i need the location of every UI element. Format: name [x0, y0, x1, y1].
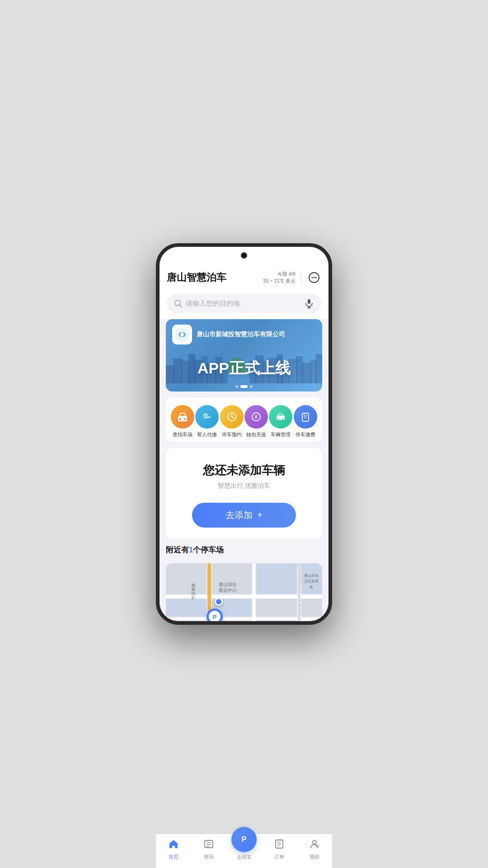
svg-rect-68: [301, 599, 322, 617]
svg-text:客运中心: 客运中心: [219, 588, 237, 593]
nearby-section: 附近有1个停车场: [160, 545, 328, 563]
vehicle-empty-title: 您还未添加车辆: [175, 462, 313, 478]
action-vehicle[interactable]: 车辆管理: [268, 405, 293, 438]
svg-point-3: [315, 277, 317, 278]
dot-2: [240, 385, 248, 388]
weather-temp: 33 ~ 21℃ 多云: [263, 278, 296, 284]
weather-info: 今限 4/9 33 ~ 21℃ 多云: [263, 271, 296, 285]
svg-point-2: [314, 277, 315, 278]
map-container[interactable]: 唐山综合 客运中心 竹安南路 唐山市动 卫生监督 金 P: [166, 563, 322, 621]
search-area: 请输入您的目的地: [160, 290, 328, 319]
actions-row: 查找车场 ¥ 帮人代缴: [170, 405, 318, 438]
app-title: 唐山智慧泊车: [167, 271, 226, 284]
svg-point-1: [312, 277, 313, 278]
nearby-prefix: 附近有: [166, 546, 189, 554]
pay-others-icon: ¥: [195, 405, 219, 429]
svg-rect-61: [256, 563, 297, 594]
parking-p-icon: P: [209, 611, 221, 621]
action-pay-others[interactable]: ¥ 帮人代缴: [195, 405, 219, 438]
header-right: 今限 4/9 33 ~ 21℃ 多云: [263, 270, 321, 285]
vehicle-icon: [269, 405, 292, 429]
header-divider: [301, 271, 301, 284]
nearby-title: 附近有1个停车场: [166, 545, 322, 555]
action-reserve[interactable]: 停车预约: [220, 405, 244, 438]
banner-main-text: APP正式上线: [166, 358, 322, 379]
banner-top: 唐山市新城投智慧泊车有限公司: [166, 319, 322, 348]
svg-text:金: 金: [310, 585, 313, 589]
svg-rect-67: [301, 563, 322, 594]
pay-others-label: 帮人代缴: [197, 431, 217, 438]
header: 唐山智慧泊车 今限 4/9 33 ~ 21℃ 多云: [160, 267, 328, 290]
search-icon: [174, 299, 182, 307]
vehicle-empty-sub: 智慧出行,优雅泊车: [175, 482, 313, 490]
svg-rect-66: [166, 620, 206, 621]
reserve-label: 停车预约: [222, 431, 242, 438]
map-background: 唐山综合 客运中心 竹安南路 唐山市动 卫生监督 金 P: [166, 563, 322, 621]
svg-text:卫生监督: 卫生监督: [304, 579, 319, 583]
svg-rect-65: [166, 599, 206, 617]
action-find-lot[interactable]: 查找车场: [170, 405, 195, 438]
svg-text:¥: ¥: [205, 414, 207, 418]
banner: 唐山市新城投智慧泊车有限公司: [166, 319, 322, 392]
svg-point-10: [180, 333, 184, 336]
mic-icon[interactable]: [304, 298, 314, 308]
dot-1: [235, 385, 238, 388]
vehicle-card: 您还未添加车辆 智慧出行,优雅泊车 去添加 +: [166, 448, 322, 538]
svg-rect-64: [166, 563, 206, 594]
svg-point-4: [175, 300, 180, 306]
banner-logo: [172, 325, 192, 344]
weather-limit: 今限 4/9: [263, 271, 296, 278]
nearby-suffix: 个停车场: [193, 546, 224, 554]
svg-text:¥: ¥: [255, 414, 258, 420]
map-svg: 唐山综合 客运中心 竹安南路 唐山市动 卫生监督 金: [166, 563, 322, 621]
svg-point-36: [184, 418, 186, 420]
svg-rect-6: [308, 299, 310, 304]
vehicle-label: 车辆管理: [271, 431, 291, 438]
svg-line-41: [232, 417, 234, 418]
search-bar[interactable]: 请输入您的目的地: [167, 294, 321, 313]
svg-text:唐山综合: 唐山综合: [219, 582, 237, 587]
svg-rect-34: [178, 416, 187, 421]
add-vehicle-btn-icon: +: [257, 510, 263, 520]
action-fee[interactable]: ¥ 停车缴费: [293, 405, 318, 438]
svg-text:唐山市动: 唐山市动: [304, 574, 319, 578]
action-wallet[interactable]: ¥ 钱包充值: [244, 405, 268, 438]
svg-rect-55: [253, 563, 255, 621]
svg-rect-56: [298, 563, 300, 621]
fee-icon: ¥: [294, 405, 317, 429]
reserve-icon: [220, 405, 244, 429]
svg-text:竹安南路: 竹安南路: [191, 583, 196, 599]
quick-actions: 查找车场 ¥ 帮人代缴: [166, 398, 322, 442]
svg-rect-63: [256, 620, 297, 621]
wallet-label: 钱包充值: [246, 431, 266, 438]
search-placeholder: 请输入您的目的地: [186, 299, 300, 308]
chat-icon-btn[interactable]: [307, 270, 321, 285]
dot-3: [250, 385, 253, 388]
svg-rect-62: [256, 599, 297, 617]
svg-point-46: [282, 419, 284, 420]
add-vehicle-btn-label: 去添加: [225, 509, 253, 521]
banner-company: 唐山市新城投智慧泊车有限公司: [197, 330, 285, 339]
banner-dots: [235, 385, 253, 388]
parking-location-pin[interactable]: P: [206, 609, 223, 621]
camera: [241, 252, 247, 259]
add-vehicle-button[interactable]: 去添加 +: [192, 503, 296, 528]
fee-label: 停车缴费: [296, 431, 315, 438]
svg-point-45: [278, 419, 279, 420]
svg-point-35: [179, 418, 181, 420]
svg-line-5: [180, 305, 182, 307]
find-lot-label: 查找车场: [173, 431, 192, 438]
wallet-icon: ¥: [244, 405, 268, 429]
user-location-pin: [215, 598, 223, 606]
find-lot-icon: [171, 405, 194, 429]
